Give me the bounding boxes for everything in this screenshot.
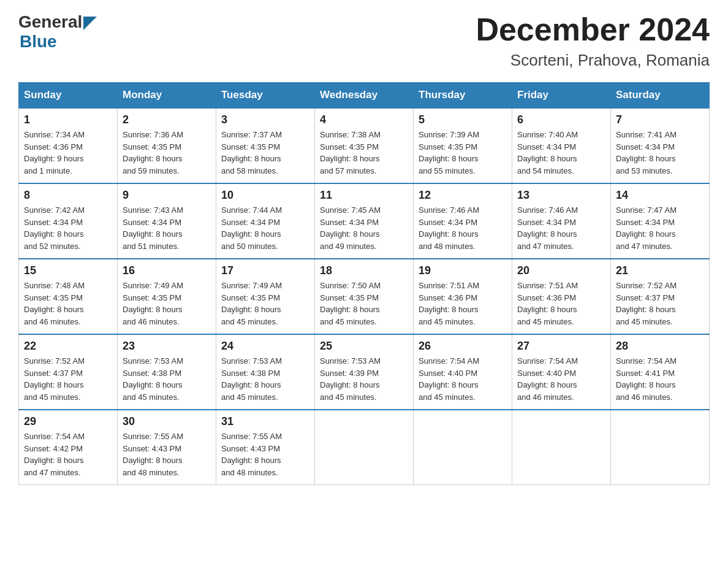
day-number: 3: [221, 113, 309, 126]
day-info: Sunrise: 7:54 AM Sunset: 4:41 PM Dayligh…: [616, 355, 704, 403]
calendar-cell: 31Sunrise: 7:55 AM Sunset: 4:43 PM Dayli…: [216, 410, 315, 485]
day-info: Sunrise: 7:53 AM Sunset: 4:38 PM Dayligh…: [221, 355, 309, 403]
day-number: 19: [419, 264, 507, 277]
day-info: Sunrise: 7:34 AM Sunset: 4:36 PM Dayligh…: [24, 129, 112, 177]
calendar-week-row: 8Sunrise: 7:42 AM Sunset: 4:34 PM Daylig…: [19, 183, 710, 259]
calendar-cell: 23Sunrise: 7:53 AM Sunset: 4:38 PM Dayli…: [118, 334, 216, 410]
day-number: 11: [320, 189, 408, 202]
day-number: 21: [616, 264, 704, 277]
calendar-table: SundayMondayTuesdayWednesdayThursdayFrid…: [18, 82, 710, 485]
day-number: 26: [419, 340, 507, 353]
day-info: Sunrise: 7:54 AM Sunset: 4:42 PM Dayligh…: [24, 431, 112, 478]
day-number: 20: [517, 264, 605, 277]
day-info: Sunrise: 7:44 AM Sunset: 4:34 PM Dayligh…: [221, 204, 309, 252]
calendar-cell: 6Sunrise: 7:40 AM Sunset: 4:34 PM Daylig…: [512, 108, 611, 183]
day-info: Sunrise: 7:53 AM Sunset: 4:39 PM Dayligh…: [320, 355, 408, 403]
calendar-cell: 18Sunrise: 7:50 AM Sunset: 4:35 PM Dayli…: [315, 259, 414, 334]
calendar-cell: 22Sunrise: 7:52 AM Sunset: 4:37 PM Dayli…: [19, 334, 118, 410]
day-number: 12: [419, 189, 507, 202]
day-info: Sunrise: 7:55 AM Sunset: 4:43 PM Dayligh…: [221, 431, 309, 478]
svg-marker-0: [83, 17, 97, 30]
day-info: Sunrise: 7:52 AM Sunset: 4:37 PM Dayligh…: [24, 355, 112, 403]
day-number: 15: [24, 264, 112, 277]
day-number: 25: [320, 340, 408, 353]
calendar-header-sunday: Sunday: [19, 83, 118, 109]
day-info: Sunrise: 7:54 AM Sunset: 4:40 PM Dayligh…: [419, 355, 507, 403]
calendar-cell: 30Sunrise: 7:55 AM Sunset: 4:43 PM Dayli…: [118, 410, 216, 485]
calendar-cell: 29Sunrise: 7:54 AM Sunset: 4:42 PM Dayli…: [19, 410, 118, 485]
day-number: 22: [24, 340, 112, 353]
day-number: 4: [320, 113, 408, 126]
calendar-header-friday: Friday: [512, 83, 611, 109]
day-info: Sunrise: 7:41 AM Sunset: 4:34 PM Dayligh…: [616, 129, 704, 177]
calendar-cell: 26Sunrise: 7:54 AM Sunset: 4:40 PM Dayli…: [414, 334, 512, 410]
calendar-cell: 9Sunrise: 7:43 AM Sunset: 4:34 PM Daylig…: [118, 183, 216, 259]
title-section: December 2024 Scorteni, Prahova, Romania: [476, 12, 710, 70]
day-number: 18: [320, 264, 408, 277]
calendar-cell: 20Sunrise: 7:51 AM Sunset: 4:36 PM Dayli…: [512, 259, 611, 334]
day-info: Sunrise: 7:46 AM Sunset: 4:34 PM Dayligh…: [419, 204, 507, 252]
day-info: Sunrise: 7:38 AM Sunset: 4:35 PM Dayligh…: [320, 129, 408, 177]
calendar-cell: 25Sunrise: 7:53 AM Sunset: 4:39 PM Dayli…: [315, 334, 414, 410]
day-number: 9: [123, 189, 211, 202]
day-info: Sunrise: 7:46 AM Sunset: 4:34 PM Dayligh…: [517, 204, 605, 252]
day-info: Sunrise: 7:37 AM Sunset: 4:35 PM Dayligh…: [221, 129, 309, 177]
day-number: 24: [221, 340, 309, 353]
day-info: Sunrise: 7:51 AM Sunset: 4:36 PM Dayligh…: [517, 280, 605, 327]
day-number: 17: [221, 264, 309, 277]
calendar-cell: 14Sunrise: 7:47 AM Sunset: 4:34 PM Dayli…: [611, 183, 710, 259]
calendar-cell: 24Sunrise: 7:53 AM Sunset: 4:38 PM Dayli…: [216, 334, 315, 410]
day-number: 7: [616, 113, 704, 126]
calendar-cell: [611, 410, 710, 485]
day-number: 13: [517, 189, 605, 202]
day-info: Sunrise: 7:48 AM Sunset: 4:35 PM Dayligh…: [24, 280, 112, 327]
day-info: Sunrise: 7:51 AM Sunset: 4:36 PM Dayligh…: [419, 280, 507, 327]
day-info: Sunrise: 7:55 AM Sunset: 4:43 PM Dayligh…: [123, 431, 211, 478]
day-number: 31: [221, 415, 309, 428]
day-info: Sunrise: 7:43 AM Sunset: 4:34 PM Dayligh…: [123, 204, 211, 252]
calendar-cell: 10Sunrise: 7:44 AM Sunset: 4:34 PM Dayli…: [216, 183, 315, 259]
day-info: Sunrise: 7:39 AM Sunset: 4:35 PM Dayligh…: [419, 129, 507, 177]
day-number: 10: [221, 189, 309, 202]
day-number: 5: [419, 113, 507, 126]
calendar-cell: 5Sunrise: 7:39 AM Sunset: 4:35 PM Daylig…: [414, 108, 512, 183]
day-info: Sunrise: 7:49 AM Sunset: 4:35 PM Dayligh…: [221, 280, 309, 327]
calendar-header-row: SundayMondayTuesdayWednesdayThursdayFrid…: [19, 83, 710, 109]
calendar-cell: 15Sunrise: 7:48 AM Sunset: 4:35 PM Dayli…: [19, 259, 118, 334]
day-info: Sunrise: 7:50 AM Sunset: 4:35 PM Dayligh…: [320, 280, 408, 327]
calendar-cell: 13Sunrise: 7:46 AM Sunset: 4:34 PM Dayli…: [512, 183, 611, 259]
calendar-cell: 16Sunrise: 7:49 AM Sunset: 4:35 PM Dayli…: [118, 259, 216, 334]
day-info: Sunrise: 7:45 AM Sunset: 4:34 PM Dayligh…: [320, 204, 408, 252]
calendar-header-thursday: Thursday: [414, 83, 512, 109]
day-info: Sunrise: 7:53 AM Sunset: 4:38 PM Dayligh…: [123, 355, 211, 403]
calendar-cell: 28Sunrise: 7:54 AM Sunset: 4:41 PM Dayli…: [611, 334, 710, 410]
day-info: Sunrise: 7:47 AM Sunset: 4:34 PM Dayligh…: [616, 204, 704, 252]
calendar-week-row: 29Sunrise: 7:54 AM Sunset: 4:42 PM Dayli…: [19, 410, 710, 485]
day-number: 16: [123, 264, 211, 277]
calendar-cell: 12Sunrise: 7:46 AM Sunset: 4:34 PM Dayli…: [414, 183, 512, 259]
day-info: Sunrise: 7:42 AM Sunset: 4:34 PM Dayligh…: [24, 204, 112, 252]
page-subtitle: Scorteni, Prahova, Romania: [476, 51, 710, 70]
calendar-cell: 27Sunrise: 7:54 AM Sunset: 4:40 PM Dayli…: [512, 334, 611, 410]
calendar-cell: 4Sunrise: 7:38 AM Sunset: 4:35 PM Daylig…: [315, 108, 414, 183]
logo-blue-text: Blue: [20, 32, 57, 52]
day-number: 29: [24, 415, 112, 428]
logo-arrow-icon: [83, 17, 97, 30]
calendar-header-saturday: Saturday: [611, 83, 710, 109]
day-number: 2: [123, 113, 211, 126]
calendar-header-wednesday: Wednesday: [315, 83, 414, 109]
logo-general-text: General: [18, 12, 82, 32]
calendar-cell: [315, 410, 414, 485]
calendar-cell: [512, 410, 611, 485]
day-number: 14: [616, 189, 704, 202]
calendar-cell: 7Sunrise: 7:41 AM Sunset: 4:34 PM Daylig…: [611, 108, 710, 183]
calendar-header-tuesday: Tuesday: [216, 83, 315, 109]
calendar-cell: 11Sunrise: 7:45 AM Sunset: 4:34 PM Dayli…: [315, 183, 414, 259]
day-info: Sunrise: 7:40 AM Sunset: 4:34 PM Dayligh…: [517, 129, 605, 177]
calendar-header-monday: Monday: [118, 83, 216, 109]
logo: General Blue: [18, 12, 97, 52]
day-info: Sunrise: 7:52 AM Sunset: 4:37 PM Dayligh…: [616, 280, 704, 327]
calendar-week-row: 15Sunrise: 7:48 AM Sunset: 4:35 PM Dayli…: [19, 259, 710, 334]
calendar-week-row: 22Sunrise: 7:52 AM Sunset: 4:37 PM Dayli…: [19, 334, 710, 410]
calendar-cell: 2Sunrise: 7:36 AM Sunset: 4:35 PM Daylig…: [118, 108, 216, 183]
